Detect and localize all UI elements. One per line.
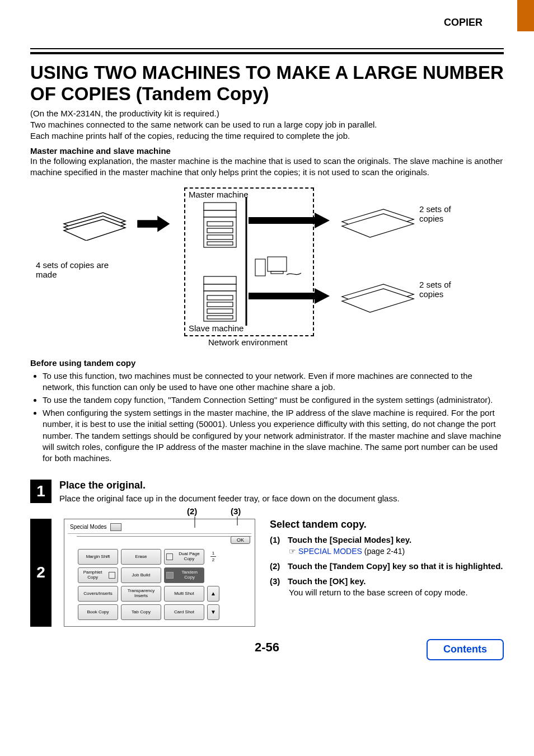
instr-note: You will return to the base screen of co… [289,588,504,597]
section-label: COPIER [30,17,483,29]
covers-inserts-button[interactable]: Covers/Inserts [78,586,118,602]
svg-rect-0 [204,203,236,210]
step-number-1: 1 [30,480,51,503]
tandem-icon [166,572,174,579]
svg-rect-18 [249,217,315,224]
output-stack-icon [335,197,419,242]
special-modes-panel: Special Modes OK OK Margin Shift Erase [64,519,255,627]
card-shot-button[interactable]: Card Shot [164,604,204,620]
instr-text: Touch the [OK] key. [288,576,366,586]
master-label: Master machine [189,190,249,199]
intro-block: (On the MX-2314N, the productivity kit i… [30,109,504,140]
step1-title: Place the original. [59,480,504,491]
output-stack-icon [335,272,419,317]
svg-rect-7 [204,276,236,284]
svg-rect-3 [207,222,233,226]
ok-button[interactable]: OK [231,536,250,544]
section-accent [517,0,534,31]
step1-text: Place the original face up in the docume… [59,494,504,503]
page-footer: 2-56 Contents [30,640,504,661]
intro-line: Two machines connected to the same netwo… [30,120,504,129]
pamphlet-icon [109,572,115,579]
dual-page-label: Dual Page Copy [176,552,203,561]
scroll-down-button[interactable]: ▼ [207,604,219,620]
server-pc-icon [254,255,305,280]
svg-rect-10 [207,295,233,300]
panel-inner-ok-bar: OK [77,536,251,544]
arrow-right-icon [137,215,170,232]
slave-copier-icon [198,273,242,325]
dual-page-icon [166,553,173,560]
svg-rect-5 [207,235,233,240]
title-rule [30,48,504,54]
svg-rect-19 [249,293,315,299]
before-list: To use this function, two machines must … [30,370,504,464]
panel-header-icon [110,523,121,531]
step-2: 2 (2) (3) Special Modes [30,519,504,627]
before-item: To use the tandem copy function, "Tandem… [43,395,504,406]
special-modes-link[interactable]: SPECIAL MODES [298,547,362,556]
book-copy-button[interactable]: Book Copy [78,604,118,620]
callout-2: (2) [187,506,197,516]
svg-rect-12 [207,309,233,313]
svg-rect-16 [271,271,283,274]
instr-num: (3) [270,576,288,586]
network-label: Network environment [208,337,288,347]
output-caption-1: 2 sets of copies [419,204,470,223]
job-build-button[interactable]: Job Build [121,567,161,583]
originals-caption: 4 sets of copies are made [36,260,131,279]
slave-label: Slave machine [189,323,243,333]
output-caption-2: 2 sets of copies [419,280,470,299]
contents-button[interactable]: Contents [427,639,504,660]
arrow-to-output-icon [249,288,330,304]
scroll-up-button[interactable]: ▲ [207,586,219,602]
svg-rect-13 [207,316,233,319]
step2-instruction-2: (2)Touch the [Tandem Copy] key so that i… [270,561,504,571]
instr-text: Touch the [Special Modes] key. [288,535,411,544]
intro-line: (On the MX-2314N, the productivity kit i… [30,109,504,118]
originals-stack-icon [58,201,131,241]
instr-num: (1) [270,535,288,544]
svg-rect-1 [204,210,236,217]
before-item: When configuring the system settings in … [43,407,504,463]
callout-3-line [237,516,238,525]
subheading-before: Before using tandem copy [30,358,504,368]
step2-instruction-1: (1)Touch the [Special Modes] key. ☞ SPEC… [270,535,504,556]
panel-title: Special Modes [70,524,107,530]
tandem-diagram: 4 sets of copies are made Master machine… [30,185,504,353]
master-slave-text: In the following explanation, the master… [30,156,504,179]
instr-num: (2) [270,561,288,571]
svg-rect-11 [207,302,233,307]
pamphlet-copy-button[interactable]: Pamphlet Copy [78,567,118,583]
page-indicator: 12 [207,549,219,565]
tandem-copy-button[interactable]: Tandem Copy [164,567,204,583]
svg-rect-14 [255,259,265,276]
pamphlet-label: Pamphlet Copy [80,570,105,580]
subheading-master-slave: Master machine and slave machine [30,146,504,156]
svg-rect-4 [207,228,233,233]
step-number-2: 2 [30,519,51,627]
callout-3: (3) [231,506,241,516]
arrow-to-output-icon [249,213,330,228]
instr-text: Touch the [Tandem Copy] key so that it i… [288,561,503,571]
dual-page-copy-button[interactable]: Dual Page Copy [164,549,204,565]
step-1: 1 Place the original. Place the original… [30,480,504,503]
multi-shot-button[interactable]: Multi Shot [164,586,204,602]
svg-rect-15 [268,257,287,271]
margin-shift-button[interactable]: Margin Shift [78,549,118,565]
erase-button[interactable]: Erase [121,549,161,565]
pointer-icon: ☞ [289,547,296,556]
intro-line: Each machine prints half of the copies, … [30,131,504,140]
transparency-inserts-button[interactable]: Transparency Inserts [121,586,161,602]
step2-title: Select tandem copy. [270,519,504,530]
step2-instruction-3: (3)Touch the [OK] key. You will return t… [270,576,504,597]
svg-rect-8 [204,284,236,291]
master-copier-icon [198,199,242,251]
tandem-label: Tandem Copy [176,570,203,580]
svg-rect-6 [207,242,233,245]
callout-2-line [194,516,195,528]
tab-copy-button[interactable]: Tab Copy [121,604,161,620]
page-ref: (page 2-41) [364,547,405,556]
page-title: USING TWO MACHINES TO MAKE A LARGE NUMBE… [30,62,504,105]
before-item: To use this function, two machines must … [43,370,504,393]
